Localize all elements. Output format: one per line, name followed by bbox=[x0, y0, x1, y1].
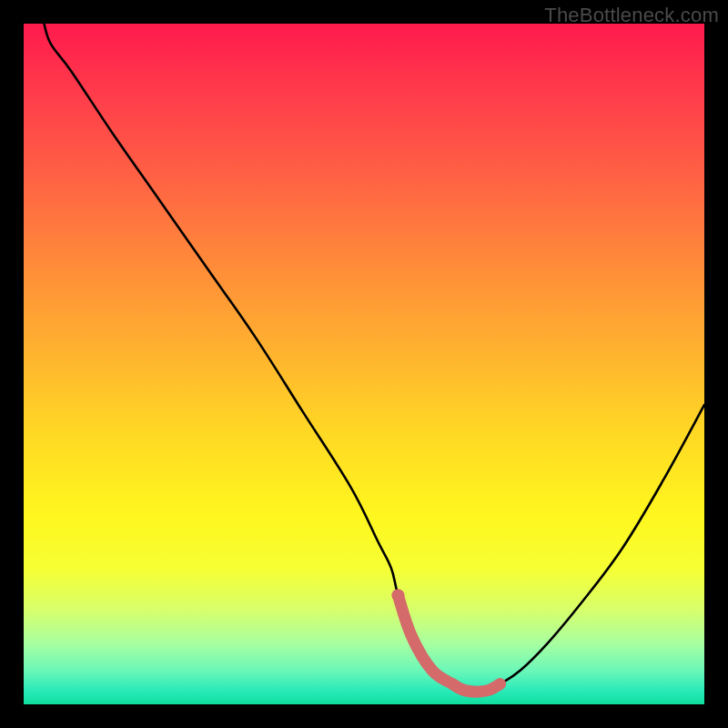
optimal-start-dot bbox=[391, 589, 404, 602]
plot-area bbox=[24, 24, 704, 704]
chart-frame: TheBottleneck.com bbox=[0, 0, 728, 728]
optimal-range-highlight bbox=[398, 595, 500, 692]
bottleneck-curve bbox=[44, 24, 704, 692]
curve-layer bbox=[24, 24, 704, 704]
